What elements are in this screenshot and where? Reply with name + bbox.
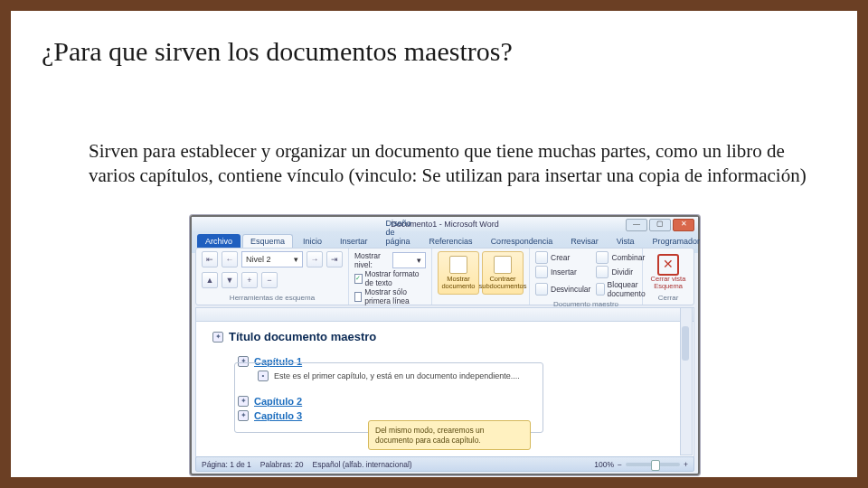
close-button[interactable]: ✕ [673, 219, 694, 231]
tab-review[interactable]: Revisar [562, 234, 607, 248]
demote-icon[interactable]: → [307, 251, 323, 267]
document-area: ✦Título documento maestro ✦Capítulo 1 •E… [195, 307, 694, 457]
checkbox-icon: ✓ [354, 274, 363, 284]
ribbon: ⇤ ← Nivel 2▾ → ⇥ ▲ ▼ + − Herramientas de… [195, 248, 694, 305]
word-screenshot: Documento1 - Microsoft Word — ▢ ✕ Archiv… [190, 215, 700, 475]
expand-icon[interactable]: + [241, 272, 258, 288]
tab-layout[interactable]: Diseño de página [378, 216, 420, 248]
document-icon [449, 256, 467, 274]
tab-insert[interactable]: Insertar [332, 234, 376, 248]
zoom-out-icon[interactable]: − [618, 460, 622, 469]
tab-file[interactable]: Archivo [197, 234, 241, 248]
zoom-in-icon[interactable]: + [684, 460, 688, 469]
merge-icon [596, 251, 609, 264]
status-bar: Página: 1 de 1 Palabras: 20 Español (alf… [195, 456, 694, 472]
outline-bullet-icon: ✦ [212, 332, 223, 343]
ruler [196, 308, 693, 322]
move-up-icon[interactable]: ▲ [202, 272, 218, 288]
slide-title: ¿Para que sirven los documentos maestros… [42, 36, 513, 67]
promote-top-icon[interactable]: ⇤ [202, 251, 218, 267]
unlink-button[interactable]: Desvincular [535, 280, 590, 298]
split-icon [596, 266, 609, 278]
ribbon-tabs: Archivo Esquema Inicio Insertar Diseño d… [197, 231, 693, 248]
create-button[interactable]: Crear [535, 251, 590, 264]
page-content: ✦Título documento maestro ✦Capítulo 1 •E… [212, 326, 666, 451]
unlink-icon [535, 283, 548, 296]
checkbox-icon [354, 292, 362, 302]
group-close-label: Cerrar [648, 294, 688, 302]
tab-dev[interactable]: Programador [645, 234, 709, 248]
minimize-button[interactable]: — [626, 219, 647, 231]
tab-mail[interactable]: Correspondencia [483, 234, 561, 248]
show-document-button[interactable]: Mostrar documento [438, 251, 479, 295]
window-title: Documento1 - Microsoft Word [192, 217, 698, 231]
chk-text-format[interactable]: ✓Mostrar formato de texto [354, 269, 426, 287]
slide-body: Sirven para establecer y organizar un do… [89, 139, 807, 188]
subdoc-icon [494, 256, 512, 274]
zoom-controls: 100% − + [594, 460, 688, 469]
lock-button[interactable]: Bloquear documento [596, 280, 649, 298]
tab-references[interactable]: Referencias [421, 234, 481, 248]
tab-home[interactable]: Inicio [295, 234, 330, 248]
create-icon [535, 251, 548, 264]
zoom-slider[interactable] [626, 463, 680, 466]
lock-icon [596, 283, 604, 296]
level-value: Nivel 2 [246, 252, 271, 267]
group-tools-label: Herramientas de esquema [202, 294, 343, 302]
insert-button[interactable]: Insertar [535, 266, 590, 278]
collapse-subdocs-button[interactable]: Contraer subdocumentos [482, 251, 524, 295]
move-down-icon[interactable]: ▼ [222, 272, 238, 288]
demote-body-icon[interactable]: ⇥ [326, 251, 343, 267]
window-buttons: — ▢ ✕ [626, 219, 694, 231]
collapse-icon[interactable]: − [261, 272, 278, 288]
status-words: Palabras: 20 [260, 460, 304, 469]
split-button[interactable]: Dividir [596, 266, 649, 278]
slide-frame: ¿Para que sirven los documentos maestros… [0, 0, 868, 488]
close-icon: ✕ [657, 254, 679, 276]
show-level-label: Mostrar nivel: [354, 251, 390, 269]
dropdown-icon: ▾ [294, 252, 298, 267]
level-select[interactable]: Nivel 2▾ [241, 251, 303, 267]
promote-icon[interactable]: ← [222, 251, 238, 267]
close-outline-button[interactable]: ✕Cerrar vista Esquema [648, 251, 688, 292]
status-page: Página: 1 de 1 [202, 460, 251, 469]
callout-box: Del mismo modo, crearemos un documento p… [368, 420, 531, 450]
maximize-button[interactable]: ▢ [649, 219, 671, 231]
insert-icon [535, 266, 548, 278]
status-lang: Español (alfab. internacional) [313, 460, 412, 469]
chk-first-line[interactable]: Mostrar sólo primera línea [354, 287, 426, 305]
tab-view[interactable]: Vista [609, 234, 643, 248]
merge-button[interactable]: Combinar [596, 251, 649, 264]
zoom-value: 100% [594, 460, 614, 469]
tab-outline[interactable]: Esquema [242, 234, 293, 248]
doc-title: Título documento maestro [229, 330, 376, 343]
vertical-scrollbar[interactable] [680, 307, 693, 455]
show-level-select[interactable]: ▾ [392, 252, 426, 268]
